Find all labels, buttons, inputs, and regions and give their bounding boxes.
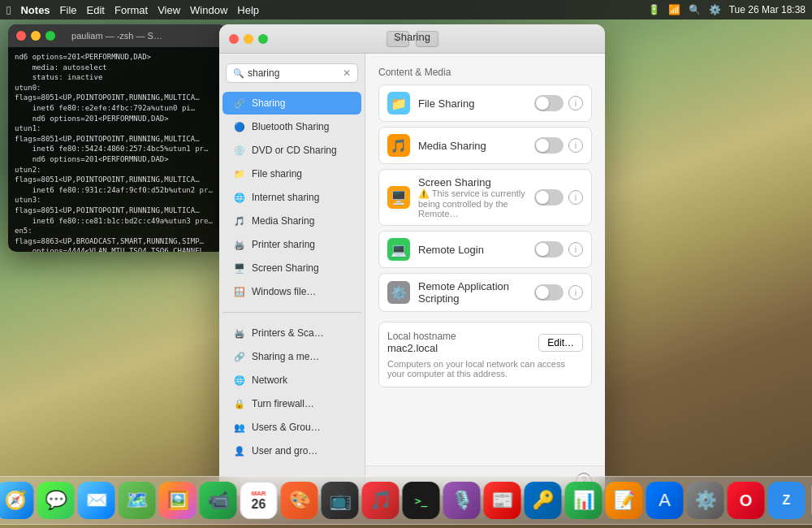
folder-icon: 📁 bbox=[232, 167, 247, 181]
dock-mail[interactable]: ✉️ bbox=[78, 482, 115, 519]
media-sharing-text: Media Sharing bbox=[418, 140, 528, 152]
music-icon: 🎵 bbox=[232, 214, 247, 228]
sidebar-label: DVD or CD Sharing bbox=[252, 145, 337, 156]
dvd-icon: 💿 bbox=[232, 143, 247, 158]
app-name[interactable]: Notes bbox=[20, 4, 50, 16]
sidebar-item-user-groups[interactable]: 👤 User and gro… bbox=[222, 439, 361, 462]
menu-window[interactable]: Window bbox=[190, 4, 227, 16]
dock-numbers[interactable]: 📊 bbox=[565, 482, 603, 519]
firewall-icon: 🔒 bbox=[232, 396, 247, 411]
media-sharing-toggle[interactable] bbox=[534, 137, 564, 154]
remote-scripting-toggle[interactable] bbox=[534, 284, 564, 301]
sysprefs-minimize[interactable] bbox=[244, 34, 253, 44]
remote-login-toggle[interactable] bbox=[534, 241, 564, 258]
file-sharing-toggle[interactable] bbox=[534, 95, 564, 111]
edit-button[interactable]: Edit… bbox=[538, 334, 583, 352]
terminal-line: inet6 fe80::ce81:b1c:bd2c:c49a%utun3 pre… bbox=[15, 216, 219, 227]
sidebar-item-sharing[interactable]: 🔗 Sharing bbox=[222, 92, 361, 115]
sidebar-item-sharing-menu[interactable]: 🔗 Sharing a me… bbox=[222, 345, 361, 368]
sidebar-section-bottom: 🖨️ Printers & Sca… 🔗 Sharing a me… 🌐 Net… bbox=[219, 319, 365, 465]
dock-photos[interactable]: 🖼️ bbox=[159, 482, 197, 519]
sysprefs-maximize[interactable] bbox=[258, 34, 268, 44]
remote-login-text: Remote Login bbox=[418, 244, 528, 256]
dock-zoom[interactable]: Z bbox=[768, 482, 806, 519]
terminal-line: utun1: flags=8051<UP,POINTOPOINT,RUNNING… bbox=[15, 123, 219, 144]
terminal-line: utun0: flags=8051<UP,POINTOPOINT,RUNNING… bbox=[15, 83, 219, 103]
sidebar-item-firewall[interactable]: 🔒 Turn firewall… bbox=[222, 392, 361, 415]
dock-messages[interactable]: 💬 bbox=[37, 482, 75, 519]
remote-scripting-name: Remote Application Scripting bbox=[418, 280, 528, 305]
hostname-description: Computers on your local network can acce… bbox=[387, 359, 583, 379]
media-sharing-info[interactable]: i bbox=[568, 138, 583, 153]
section-title: Content & Media bbox=[378, 67, 592, 78]
dock-maps[interactable]: 🗺️ bbox=[119, 482, 156, 519]
sidebar-item-internet[interactable]: 🌐 Internet sharing bbox=[222, 186, 361, 209]
sysprefs-close[interactable] bbox=[229, 34, 239, 44]
menu-format[interactable]: Format bbox=[114, 4, 148, 16]
minimize-button[interactable] bbox=[31, 31, 41, 41]
apple-menu[interactable]:  bbox=[6, 3, 11, 17]
dock-safari[interactable]: 🧭 bbox=[0, 482, 34, 519]
screen-sharing-toggle[interactable] bbox=[534, 189, 564, 206]
terminal-line: inet6 fe80::e2efe:4fbc:792a%utun0 pi… bbox=[15, 103, 219, 114]
dock-craft[interactable]: 🎨 bbox=[281, 482, 318, 519]
menu-help[interactable]: Help bbox=[237, 4, 259, 16]
terminal-body[interactable]: nd6 options=201<PERFORMNUD,DAD> media: a… bbox=[8, 47, 226, 252]
sidebar-label: User and gro… bbox=[252, 445, 317, 457]
file-sharing-text: File Sharing bbox=[418, 97, 528, 110]
dock-facetime[interactable]: 📹 bbox=[200, 482, 237, 519]
remote-login-info[interactable]: i bbox=[568, 242, 583, 257]
sidebar-item-printers[interactable]: 🖨️ Printers & Sca… bbox=[222, 322, 361, 344]
terminal-title: pauliam — -zsh — S… bbox=[71, 31, 162, 41]
screen-sharing-icon: 🖥️ bbox=[387, 186, 410, 209]
windows-icon: 🪟 bbox=[232, 284, 247, 299]
sidebar-item-users[interactable]: 👥 Users & Grou… bbox=[222, 416, 361, 439]
dock-terminal[interactable]: >_ bbox=[403, 482, 440, 519]
file-sharing-info[interactable]: i bbox=[568, 96, 583, 110]
screen-sharing-info[interactable]: i bbox=[568, 190, 583, 205]
sidebar-label: Sharing bbox=[252, 97, 285, 109]
terminal-line: media: autoselect bbox=[15, 63, 219, 73]
search-input[interactable] bbox=[248, 67, 339, 79]
menu-edit[interactable]: Edit bbox=[87, 4, 105, 16]
hostname-row: Local hostname mac2.local Edit… bbox=[387, 331, 583, 354]
terminal-window: pauliam — -zsh — S… nd6 options=201<PERF… bbox=[8, 24, 226, 252]
dock-opera[interactable]: O bbox=[728, 482, 765, 519]
terminal-line: inet6 fe80::931c:24af:9cf0:d52b%utun2 pr… bbox=[15, 185, 219, 196]
remote-scripting-info[interactable]: i bbox=[568, 285, 583, 300]
menubar-search[interactable]: 🔍 bbox=[689, 4, 701, 15]
dock-news[interactable]: 📰 bbox=[484, 482, 521, 519]
dock-tv[interactable]: 📺 bbox=[322, 482, 359, 519]
sidebar-item-bluetooth-sharing[interactable]: 🔵 Bluetooth Sharing bbox=[222, 115, 361, 138]
sidebar-item-network[interactable]: 🌐 Network bbox=[222, 369, 361, 392]
maximize-button[interactable] bbox=[45, 31, 55, 41]
menu-file[interactable]: File bbox=[60, 4, 77, 16]
search-clear-icon[interactable]: ✕ bbox=[343, 67, 351, 79]
sidebar-label: Bluetooth Sharing bbox=[252, 121, 329, 132]
sidebar-label: Network bbox=[252, 374, 287, 386]
dock-1password[interactable]: 🔑 bbox=[525, 482, 562, 519]
dock-calendar[interactable]: MAR 26 bbox=[240, 482, 278, 519]
dock-pages[interactable]: 📝 bbox=[606, 482, 643, 519]
sysprefs-body: 🔍 ✕ 🔗 Sharing 🔵 Bluetooth Sharing 💿 DVD … bbox=[219, 54, 605, 496]
sidebar-item-dvd[interactable]: 💿 DVD or CD Sharing bbox=[222, 139, 361, 162]
close-button[interactable] bbox=[16, 31, 26, 41]
sidebar-item-media[interactable]: 🎵 Media Sharing bbox=[222, 210, 361, 232]
file-sharing-icon: 📁 bbox=[387, 92, 410, 115]
dock-sysprefs[interactable]: ⚙️ bbox=[687, 482, 724, 519]
sidebar-item-file-sharing[interactable]: 📁 File sharing bbox=[222, 162, 361, 185]
terminal-line: utun2: flags=8051<UP,POINTOPOINT,RUNNING… bbox=[15, 165, 219, 185]
sidebar-item-printer[interactable]: 🖨️ Printer sharing bbox=[222, 233, 361, 256]
search-box[interactable]: 🔍 ✕ bbox=[226, 63, 358, 83]
remote-scripting-row: ⚙️ Remote Application Scripting i bbox=[378, 273, 592, 312]
sidebar: 🔍 ✕ 🔗 Sharing 🔵 Bluetooth Sharing 💿 DVD … bbox=[219, 54, 365, 496]
sidebar-label: Windows file… bbox=[252, 286, 316, 297]
dock-music[interactable]: 🎵 bbox=[362, 482, 400, 519]
sidebar-item-screen[interactable]: 🖥️ Screen Sharing bbox=[222, 257, 361, 279]
sidebar-item-windows[interactable]: 🪟 Windows file… bbox=[222, 280, 361, 303]
dock-appstore[interactable]: A bbox=[646, 482, 684, 519]
menu-view[interactable]: View bbox=[158, 4, 180, 16]
menubar-control-center[interactable]: ⚙️ bbox=[709, 4, 721, 15]
dock-podcasts[interactable]: 🎙️ bbox=[443, 482, 481, 519]
main-area: Content & Media 📁 File Sharing i 🎵 Media… bbox=[365, 54, 605, 496]
